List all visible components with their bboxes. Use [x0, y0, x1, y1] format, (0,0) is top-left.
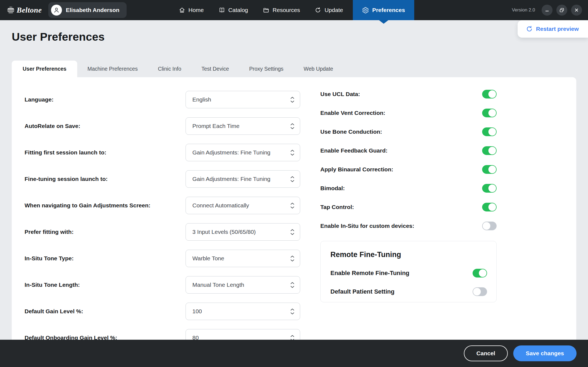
field-label: In-Situ Tone Length: [25, 282, 186, 288]
chevron-up-down-icon [290, 202, 294, 209]
ucl-data-toggle[interactable] [482, 90, 497, 99]
toggle-label: Bimodal: [320, 185, 482, 192]
restart-preview-label: Restart preview [536, 26, 579, 32]
footer-bar: Cancel Save changes [0, 340, 588, 367]
insitu-custom-toggle[interactable] [482, 222, 497, 230]
beltone-logo: Beltone [7, 6, 42, 14]
toggle-row-default-patient: Default Patient Setting [330, 287, 487, 296]
language-select[interactable]: English [186, 91, 300, 108]
active-nav-pointer [379, 20, 388, 24]
toggle-label: Enable Remote Fine-Tuning [330, 270, 473, 277]
page-title: User Preferences [12, 31, 105, 43]
chevron-up-down-icon [290, 97, 294, 103]
save-changes-button[interactable]: Save changes [513, 345, 577, 361]
tab-proxy-settings[interactable]: Proxy Settings [239, 61, 294, 77]
first-session-select[interactable]: Gain Adjustments: Fine Tuning [186, 144, 300, 161]
toggle-knob [483, 222, 490, 230]
topbar-right: Version 2.0 [512, 5, 582, 16]
toggle-label: Enable Vent Correction: [320, 110, 482, 116]
nav-label: Catalog [228, 7, 248, 13]
restore-button[interactable] [556, 5, 567, 16]
tone-length-select[interactable]: Manual Tone Length [186, 276, 300, 294]
chevron-up-down-icon [290, 255, 294, 262]
tone-type-select[interactable]: Warble Tone [186, 250, 300, 267]
prefer-fitting-select[interactable]: 3 Input Levels (50/65/80) [186, 223, 300, 241]
version-label: Version 2.0 [512, 7, 535, 13]
select-value: Warble Tone [192, 255, 290, 262]
book-icon [219, 7, 225, 13]
select-value: English [192, 96, 290, 103]
tab-test-device[interactable]: Test Device [191, 61, 239, 77]
chevron-up-down-icon [290, 229, 294, 235]
gain-navigation-select[interactable]: Connect Automatically [186, 197, 300, 214]
brand-wordmark: Beltone [17, 6, 42, 14]
autorelate-select[interactable]: Prompt Each Time [186, 117, 300, 135]
binaural-correction-toggle[interactable] [482, 165, 497, 174]
default-patient-toggle[interactable] [473, 287, 487, 296]
form-row-default-gain: Default Gain Level %: 100 [25, 303, 300, 320]
select-value: Prompt Each Time [192, 123, 290, 129]
toggle-knob [488, 109, 496, 117]
toggle-row-feedback-guard: Enable Feedback Guard: [320, 146, 497, 155]
tab-clinic-info[interactable]: Clinic Info [148, 61, 192, 77]
nav-label: Resources [273, 7, 300, 13]
toggle-row-vent-correction: Enable Vent Correction: [320, 109, 497, 117]
toggle-knob [473, 288, 481, 296]
field-label: Default Gain Level %: [25, 308, 186, 315]
toggle-label: Apply Binaural Correction: [320, 166, 482, 173]
select-value: Connect Automatically [192, 202, 290, 209]
nav-resources[interactable]: Resources [258, 0, 305, 20]
toggle-row-insitu-custom: Enable In-Situ for custom devices: [320, 222, 497, 230]
top-bar: Beltone Elisabeth Anderson Home [0, 0, 588, 20]
toggle-knob [488, 166, 496, 173]
tab-web-update[interactable]: Web Update [294, 61, 343, 77]
default-gain-stepper[interactable]: 100 [186, 303, 300, 320]
toggle-knob [479, 269, 486, 277]
nav-catalog[interactable]: Catalog [214, 0, 253, 20]
form-row-fine-tuning-session: Fine-tuning session launch to: Gain Adju… [25, 170, 300, 188]
form-row-autorelate: AutoRelate on Save: Prompt Each Time [25, 117, 300, 135]
toggle-knob [488, 147, 496, 154]
remote-card-title: Remote Fine-Tuning [330, 250, 487, 259]
toggle-row-tap-control: Tap Control: [320, 203, 497, 211]
enable-remote-toggle[interactable] [473, 269, 487, 278]
tab-machine-preferences[interactable]: Machine Preferences [77, 61, 148, 77]
toggle-knob [488, 90, 496, 98]
user-preferences-panel: Language: English AutoRelate on Save: Pr… [12, 77, 576, 367]
bone-conduction-toggle[interactable] [482, 127, 497, 136]
tap-control-toggle[interactable] [482, 203, 497, 211]
toggle-row-binaural-correction: Apply Binaural Correction: [320, 165, 497, 174]
vent-correction-toggle[interactable] [482, 109, 497, 117]
minimize-button[interactable] [542, 5, 553, 16]
select-value: 3 Input Levels (50/65/80) [192, 229, 290, 235]
toggle-label: Use UCL Data: [320, 91, 482, 97]
avatar [51, 5, 62, 16]
folder-icon [263, 7, 269, 13]
toggle-label: Enable In-Situ for custom devices: [320, 223, 482, 229]
nav-label: Home [189, 7, 204, 13]
toggle-row-bone-conduction: Use Bone Conduction: [320, 127, 497, 136]
restart-preview-button[interactable]: Restart preview [518, 20, 588, 38]
field-label: Fitting first session launch to: [25, 149, 186, 156]
form-column: Language: English AutoRelate on Save: Pr… [25, 91, 300, 347]
bimodal-toggle[interactable] [482, 184, 497, 193]
beltone-globe-icon [7, 7, 14, 14]
nav-preferences[interactable]: Preferences [353, 0, 414, 20]
close-button[interactable] [571, 5, 582, 16]
nav-home[interactable]: Home [174, 0, 209, 20]
feedback-guard-toggle[interactable] [482, 146, 497, 155]
chevron-up-down-icon [290, 176, 294, 182]
preferences-tabs: User Preferences Machine Preferences Cli… [12, 61, 343, 77]
tab-user-preferences[interactable]: User Preferences [12, 61, 77, 77]
select-value: Gain Adjustments: Fine Tuning [192, 176, 290, 182]
toggle-row-bimodal: Bimodal: [320, 184, 497, 193]
toggle-row-ucl-data: Use UCL Data: [320, 90, 497, 99]
toggle-column: Use UCL Data: Enable Vent Correction: Us… [320, 90, 497, 230]
fine-tuning-session-select[interactable]: Gain Adjustments: Fine Tuning [186, 170, 300, 188]
home-icon [179, 7, 185, 13]
select-value: Gain Adjustments: Fine Tuning [192, 149, 290, 156]
user-chip[interactable]: Elisabeth Anderson [48, 2, 126, 18]
cancel-button[interactable]: Cancel [464, 345, 508, 361]
toggle-knob [488, 184, 496, 192]
nav-update[interactable]: Update [310, 0, 348, 20]
